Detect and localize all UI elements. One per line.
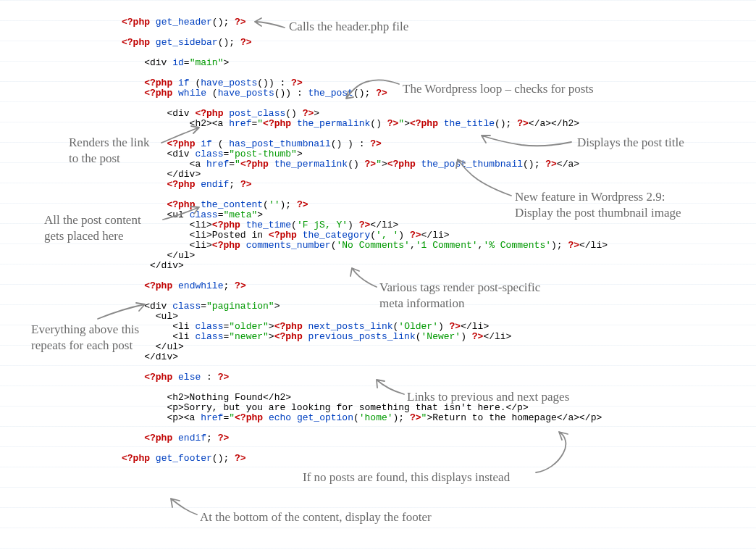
annotation-thumb: New feature in Wordpress 2.9: Display th…: [515, 189, 681, 221]
annotation-loop: The Wordpress loop – checks for posts: [403, 81, 594, 97]
annotation-endwhile: Everything above this repeats for each p…: [31, 322, 139, 354]
annotation-else: If no posts are found, this displays ins…: [303, 470, 510, 486]
annotation-title: Displays the post title: [577, 135, 684, 151]
annotation-header: Calls the header.php file: [289, 19, 408, 35]
annotation-footer: At the bottom of the content, display th…: [200, 509, 432, 525]
annotation-link: Renders the link to the post: [69, 135, 149, 167]
annotation-meta: Various tags render post-specific meta i…: [379, 280, 540, 312]
annotation-content: All the post content gets placed here: [44, 212, 141, 244]
annotation-pagination: Links to previous and next pages: [407, 389, 569, 405]
